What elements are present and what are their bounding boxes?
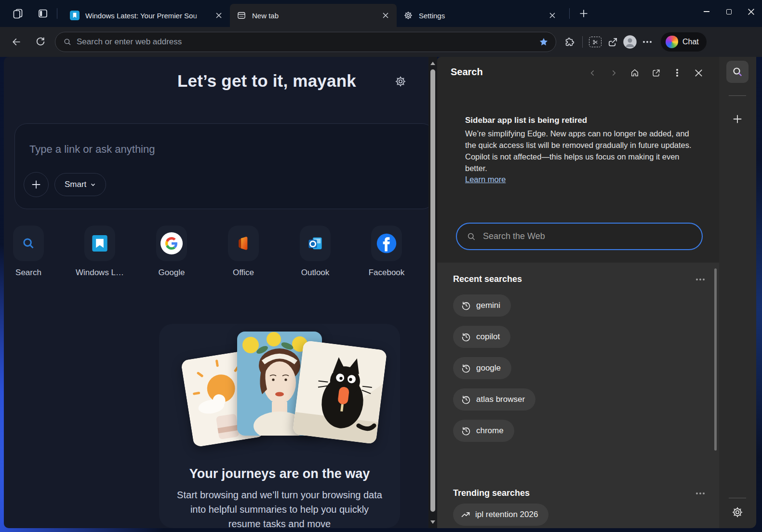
tab-new-tab[interactable]: New tab (230, 4, 397, 27)
search-suggestions-section: Recent searches gemini copilot google (437, 263, 719, 528)
divider (729, 498, 746, 498)
close-tab-icon[interactable] (546, 9, 559, 22)
search-icon (732, 66, 743, 78)
history-icon (461, 363, 471, 373)
trending-search-item[interactable]: ipl retention 2026 (453, 504, 548, 526)
recent-search-item[interactable]: google (453, 357, 511, 379)
history-icon (461, 332, 471, 342)
scrollbar-thumb[interactable] (430, 69, 435, 512)
copilot-chat-button[interactable]: Chat (661, 32, 707, 52)
windows-latest-favicon (70, 11, 80, 20)
panel-back-icon[interactable] (585, 66, 600, 80)
panel-forward-icon[interactable] (606, 66, 621, 80)
refresh-icon[interactable] (32, 33, 49, 51)
new-tab-page: Let’s get to it, mayank Type a link or a… (4, 57, 428, 528)
quick-link-label: Outlook (301, 268, 330, 278)
quick-link-windows-latest[interactable]: Windows L… (68, 226, 131, 278)
extensions-icon[interactable] (561, 33, 578, 51)
back-icon[interactable] (8, 33, 25, 51)
quick-link-search[interactable]: Search (4, 226, 60, 278)
profile-avatar[interactable] (621, 33, 639, 51)
maximize-button[interactable] (718, 0, 740, 23)
divider (57, 8, 57, 19)
workspaces-icon[interactable] (10, 5, 26, 22)
share-icon[interactable] (604, 33, 621, 51)
close-tab-icon[interactable] (379, 9, 392, 22)
notice-body: We’re simplifying Edge. New apps can no … (465, 128, 697, 151)
quick-link-label: Office (233, 268, 254, 278)
search-icon (63, 38, 72, 46)
sidebar-search-placeholder: Search the Web (483, 231, 545, 241)
address-bar[interactable]: Search or enter web address (55, 32, 556, 52)
rail-customize-button[interactable] (726, 108, 749, 130)
recent-search-item[interactable]: chrome (453, 420, 514, 442)
office-icon (228, 226, 259, 261)
notice-body: Copilot is not affected—this helps us fo… (465, 151, 697, 174)
add-attachment-button[interactable] (24, 172, 49, 197)
divider (729, 95, 746, 96)
rail-search-button[interactable] (726, 61, 749, 83)
sidebar-search-panel: Search Sidebar app list is being retired… (437, 57, 719, 528)
panel-more-options-icon[interactable] (670, 66, 684, 80)
learn-more-link[interactable]: Learn more (465, 175, 506, 184)
illustration-cat-card (293, 340, 388, 444)
new-tab-button[interactable] (575, 5, 592, 22)
search-icon (13, 226, 44, 261)
rail-settings-button[interactable] (726, 501, 749, 523)
tab-actions-icon[interactable] (35, 5, 51, 22)
page-settings-gear-icon[interactable] (394, 75, 407, 88)
plus-icon (732, 114, 743, 124)
search-icon (467, 232, 476, 241)
google-icon (156, 226, 187, 261)
recent-search-label: gemini (476, 301, 500, 310)
mode-selector-button[interactable]: Smart (54, 173, 106, 196)
copilot-chat-label: Chat (682, 38, 699, 46)
recent-search-label: google (476, 363, 501, 373)
history-icon (461, 426, 471, 436)
trending-searches-heading: Trending searches (453, 488, 530, 498)
facebook-icon (371, 226, 402, 261)
panel-open-in-new-icon[interactable] (649, 66, 663, 80)
recent-search-item[interactable]: atlas browser (453, 388, 535, 411)
panel-close-icon[interactable] (691, 66, 706, 80)
journeys-illustration (159, 324, 400, 456)
panel-toolbar (585, 66, 706, 80)
favorites-star-icon[interactable] (538, 37, 549, 47)
quick-link-google[interactable]: Google (140, 226, 203, 278)
copilot-icon (666, 36, 678, 48)
address-placeholder: Search or enter web address (77, 37, 538, 47)
quick-link-label: Search (15, 268, 41, 278)
panel-home-icon[interactable] (628, 66, 642, 80)
search-composer[interactable]: Type a link or ask anything Smart (14, 123, 428, 209)
browser-window: Windows Latest: Your Premier Sou New tab (0, 0, 762, 532)
web-capture-icon[interactable] (587, 33, 604, 51)
settings-gear-favicon (403, 11, 413, 20)
window-controls (695, 0, 762, 23)
sidebar-search-input[interactable]: Search the Web (456, 223, 703, 250)
more-options-icon[interactable] (639, 33, 656, 51)
sidebar-scrollbar-thumb[interactable] (714, 268, 717, 451)
tab-title: Windows Latest: Your Premier Sou (85, 12, 213, 20)
recent-search-item[interactable]: copilot (453, 326, 510, 348)
close-window-button[interactable] (740, 0, 762, 23)
quick-link-office[interactable]: Office (212, 226, 275, 278)
recent-search-item[interactable]: gemini (453, 294, 511, 317)
tab-settings[interactable]: Settings (397, 4, 563, 27)
scroll-down-icon[interactable] (428, 517, 437, 527)
panel-title: Search (451, 66, 483, 78)
trending-more-options-icon[interactable] (696, 492, 698, 494)
minimize-button[interactable] (695, 0, 718, 23)
quick-link-facebook[interactable]: Facebook (355, 226, 418, 278)
close-tab-icon[interactable] (213, 9, 225, 22)
quick-link-outlook[interactable]: Outlook (284, 226, 347, 278)
page-scrollbar[interactable] (428, 57, 437, 528)
journeys-description: Start browsing and we’ll turn your brows… (174, 488, 386, 528)
notice-title: Sidebar app list is being retired (465, 116, 697, 125)
scroll-up-icon[interactable] (428, 58, 437, 68)
retirement-notice: Sidebar app list is being retired We’re … (465, 116, 697, 184)
navigation-bar: Search or enter web address (0, 27, 762, 57)
recent-more-options-icon[interactable] (696, 279, 698, 280)
recent-search-label: chrome (476, 426, 504, 436)
tab-windows-latest[interactable]: Windows Latest: Your Premier Sou (63, 4, 230, 27)
chevron-down-icon (90, 182, 96, 187)
